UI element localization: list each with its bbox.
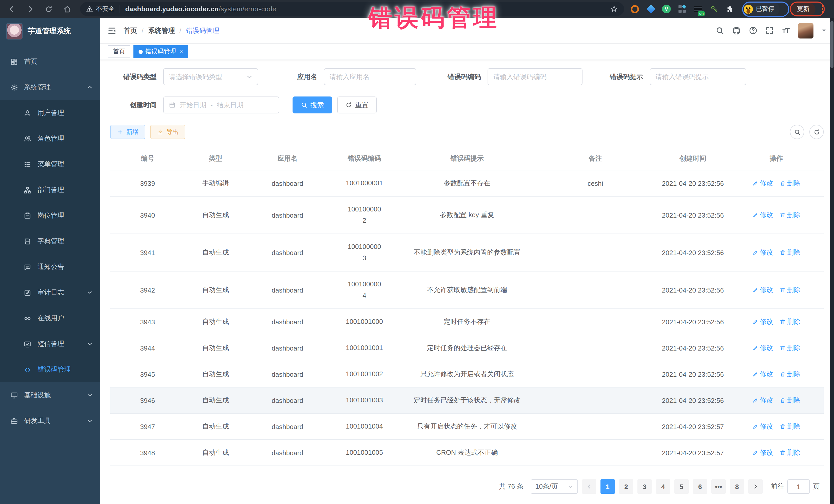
- delete-link[interactable]: 删除: [780, 211, 800, 220]
- error-type-select[interactable]: 请选择错误码类型: [163, 68, 258, 85]
- sidebar-menu-item[interactable]: 错误码管理: [0, 357, 100, 382]
- help-icon[interactable]: [749, 26, 758, 35]
- fullscreen-icon[interactable]: [765, 26, 774, 35]
- table-row[interactable]: 3947 自动生成 dashboard 1001001004 只有开启状态的任务…: [110, 414, 824, 440]
- page-size-select[interactable]: 10条/页: [531, 479, 578, 494]
- table-row[interactable]: 3942 自动生成 dashboard 100100000 4 不允许获取敏感配…: [110, 271, 824, 309]
- edit-link[interactable]: 修改: [752, 396, 773, 405]
- show-search-icon[interactable]: [790, 125, 804, 139]
- page-number[interactable]: 1: [600, 479, 615, 494]
- breadcrumb-item[interactable]: 错误码管理: [186, 26, 229, 35]
- sidebar-menu-item[interactable]: 用户管理: [0, 100, 100, 126]
- address-bar[interactable]: 不安全 dashboard.yudao.iocoder.cn/system/er…: [80, 2, 624, 16]
- delete-link[interactable]: 删除: [780, 317, 800, 326]
- sidebar-menu-item[interactable]: 在线用户: [0, 305, 100, 331]
- delete-link[interactable]: 删除: [780, 396, 800, 405]
- user-avatar[interactable]: [798, 23, 813, 38]
- home-icon[interactable]: [61, 2, 74, 16]
- table-row[interactable]: 3944 自动生成 dashboard 1001001001 定时任务的处理器已…: [110, 335, 824, 361]
- caret-down-icon[interactable]: [821, 28, 827, 34]
- security-warning[interactable]: 不安全: [86, 5, 114, 13]
- delete-link[interactable]: 删除: [780, 370, 800, 379]
- add-button[interactable]: 新增: [110, 125, 145, 139]
- tag[interactable]: 首页: [108, 45, 130, 58]
- edit-link[interactable]: 修改: [752, 248, 773, 257]
- page-number[interactable]: 6: [693, 479, 707, 494]
- vue-devtools-icon[interactable]: V: [662, 5, 671, 13]
- breadcrumb-item[interactable]: 系统管理/: [148, 26, 186, 35]
- page-number[interactable]: 2: [619, 479, 633, 494]
- delete-link[interactable]: 删除: [780, 422, 800, 431]
- table-row[interactable]: 3939 手动编辑 dashboard 1001000001 参数配置不存在 c…: [110, 170, 824, 197]
- sidebar-menu-item[interactable]: 部门管理: [0, 177, 100, 203]
- goto-page-input[interactable]: [787, 479, 810, 494]
- edit-link[interactable]: 修改: [752, 448, 773, 457]
- table-row[interactable]: 3945 自动生成 dashboard 1001001002 只允许修改为开启或…: [110, 361, 824, 388]
- bookmark-star-icon[interactable]: [610, 5, 618, 13]
- extension-grid-icon[interactable]: [678, 4, 687, 14]
- sidebar-menu-item[interactable]: 岗位管理: [0, 203, 100, 228]
- edit-link[interactable]: 修改: [752, 343, 773, 353]
- edit-link[interactable]: 修改: [752, 211, 773, 220]
- page-number[interactable]: •••: [711, 479, 726, 494]
- edit-link[interactable]: 修改: [752, 370, 773, 379]
- delete-link[interactable]: 删除: [780, 248, 800, 257]
- extensions-puzzle-icon[interactable]: [725, 4, 734, 14]
- table-row[interactable]: 3940 自动生成 dashboard 100100000 2 参数配置 key…: [110, 197, 824, 234]
- export-button[interactable]: 导出: [150, 125, 185, 139]
- app-name-input[interactable]: 请输入应用名: [324, 68, 416, 85]
- sidebar-menu-item[interactable]: 基础设施: [0, 382, 100, 408]
- delete-link[interactable]: 删除: [780, 179, 800, 188]
- next-page-icon[interactable]: [748, 479, 763, 494]
- sidebar-menu-item[interactable]: 短信管理: [0, 331, 100, 357]
- error-msg-input[interactable]: 请输入错误码提示: [650, 68, 746, 85]
- tag[interactable]: 错误码管理 ×: [133, 45, 188, 58]
- header-search-icon[interactable]: [716, 26, 724, 35]
- error-code-input[interactable]: 请输入错误码编码: [487, 68, 583, 85]
- extension-key-icon[interactable]: [709, 4, 719, 14]
- sidebar-menu-item[interactable]: 菜单管理: [0, 151, 100, 177]
- page-number[interactable]: 5: [674, 479, 689, 494]
- sidebar-menu-item[interactable]: 系统管理: [0, 74, 100, 100]
- refresh-table-icon[interactable]: [809, 125, 824, 139]
- extension-orange-icon[interactable]: [630, 4, 639, 14]
- table-row[interactable]: 3943 自动生成 dashboard 1001001000 定时任务不存在 2…: [110, 309, 824, 335]
- reset-button[interactable]: 重置: [337, 96, 377, 113]
- edit-link[interactable]: 修改: [752, 285, 773, 294]
- table-row[interactable]: 3946 自动生成 dashboard 1001001003 定时任务已经处于该…: [110, 388, 824, 414]
- breadcrumb-item[interactable]: 首页/: [124, 26, 148, 35]
- extension-gem-icon[interactable]: [646, 4, 655, 14]
- browser-profile-chip[interactable]: 已暂停: [742, 3, 780, 15]
- scrollbar[interactable]: [830, 18, 834, 504]
- edit-link[interactable]: 修改: [752, 422, 773, 431]
- github-icon[interactable]: [732, 26, 741, 35]
- date-range-picker[interactable]: 开始日期 - 结束日期: [163, 96, 279, 113]
- search-button[interactable]: 搜索: [292, 96, 332, 113]
- forward-icon[interactable]: [24, 2, 37, 16]
- sidebar-menu-item[interactable]: 通知公告: [0, 254, 100, 280]
- scrollbar-thumb[interactable]: [830, 21, 833, 68]
- extension-switch-icon[interactable]: on: [694, 4, 703, 14]
- page-number[interactable]: 3: [637, 479, 652, 494]
- page-number[interactable]: 4: [656, 479, 670, 494]
- sidebar-menu-item[interactable]: 角色管理: [0, 126, 100, 151]
- edit-link[interactable]: 修改: [752, 179, 773, 188]
- sidebar-menu-item[interactable]: 研发工具: [0, 408, 100, 434]
- page-number[interactable]: 8: [730, 479, 744, 494]
- font-size-icon[interactable]: [782, 26, 790, 35]
- sidebar-menu-item[interactable]: 审计日志: [0, 280, 100, 305]
- close-icon[interactable]: ×: [180, 48, 183, 55]
- prev-page-icon[interactable]: [582, 479, 596, 494]
- delete-link[interactable]: 删除: [780, 343, 800, 353]
- back-icon[interactable]: [5, 2, 19, 16]
- browser-menu-icon[interactable]: [820, 5, 825, 13]
- delete-link[interactable]: 删除: [780, 285, 800, 294]
- table-row[interactable]: 3941 自动生成 dashboard 100100000 3 不能删除类型为系…: [110, 234, 824, 271]
- reload-icon[interactable]: [42, 2, 56, 16]
- delete-link[interactable]: 删除: [780, 448, 800, 457]
- sidebar-menu-item[interactable]: 字典管理: [0, 228, 100, 254]
- edit-link[interactable]: 修改: [752, 317, 773, 326]
- table-row[interactable]: 3948 自动生成 dashboard 1001001005 CRON 表达式不…: [110, 440, 824, 466]
- sidebar-fold-icon[interactable]: [107, 26, 116, 35]
- browser-update-button[interactable]: 更新: [791, 3, 815, 15]
